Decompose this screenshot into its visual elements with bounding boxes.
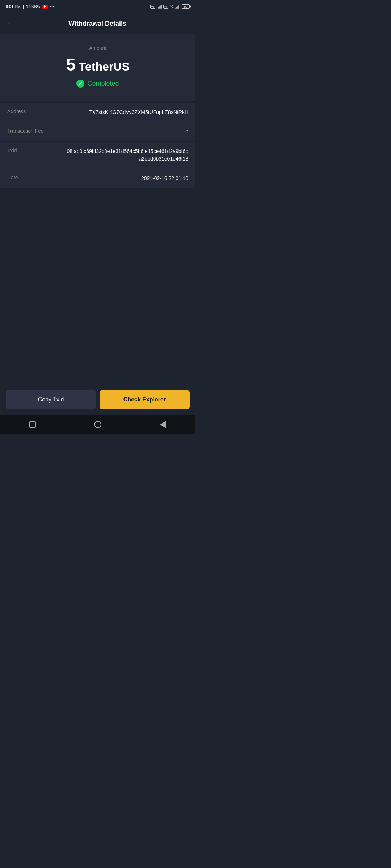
status-bar-right: Vo Vo 4G 80	[150, 4, 190, 9]
signal-bars-1	[157, 4, 162, 9]
status-badge: Completed	[76, 80, 119, 88]
4g-badge: 4G	[169, 5, 174, 8]
details-section: Address TX7xtxKf4G7CdVv3ZXM5tUFopLE8sNtR…	[0, 103, 196, 188]
date-row: Date 2021-02-16 22:01:10	[0, 169, 196, 188]
copy-txid-button[interactable]: Copy Txid	[6, 390, 96, 409]
page-title: Withdrawal Details	[16, 20, 179, 27]
youtube-icon	[42, 5, 48, 9]
date-label: Date	[7, 175, 43, 180]
txid-row: Txid 08fab0fc69bf32c8e1e31d564c5b6fe15ce…	[0, 142, 196, 169]
fee-value: 0	[185, 128, 188, 136]
status-label: Completed	[87, 80, 119, 88]
status-bar-left: 9:01 PM | 1.9KB/s •••	[6, 4, 54, 9]
nav-home-button[interactable]	[93, 420, 102, 429]
separator: |	[23, 4, 24, 9]
amount-section: Amount 5 TetherUS Completed	[0, 34, 196, 101]
vo-lte-badge-2: Vo	[163, 5, 168, 9]
date-value: 2021-02-16 22:01:10	[141, 175, 188, 182]
content-spacer	[0, 188, 196, 386]
txid-value: 08fab0fc69bf32c8e1e31d564c5b6fe15ce461d2…	[65, 148, 188, 163]
fee-row: Transaction Fee 0	[0, 122, 196, 142]
bottom-buttons: Copy Txid Check Explorer	[0, 386, 196, 415]
time-display: 9:01 PM	[6, 4, 21, 9]
check-circle-icon	[76, 80, 84, 88]
nav-bar	[0, 415, 196, 434]
address-label: Address	[7, 109, 43, 114]
amount-number: 5	[66, 55, 76, 74]
amount-label: Amount	[7, 45, 188, 51]
address-value: TX7xtxKf4G7CdVv3ZXM5tUFopLE8sNtRkH	[89, 109, 188, 116]
txid-label: Txid	[7, 148, 43, 153]
square-icon	[29, 421, 36, 428]
amount-currency: TetherUS	[79, 60, 130, 73]
vo-lte-badge: Vo	[150, 5, 155, 9]
speed-display: 1.9KB/s	[26, 4, 40, 9]
amount-display: 5 TetherUS	[7, 55, 188, 75]
address-row: Address TX7xtxKf4G7CdVv3ZXM5tUFopLE8sNtR…	[0, 103, 196, 122]
nav-square-button[interactable]	[28, 420, 37, 429]
status-bar: 9:01 PM | 1.9KB/s ••• Vo Vo 4G 80	[0, 0, 196, 13]
triangle-icon	[160, 421, 166, 428]
check-explorer-button[interactable]: Check Explorer	[100, 390, 190, 409]
circle-icon	[94, 421, 101, 428]
back-button[interactable]: ←	[6, 18, 16, 29]
battery-level: 80	[184, 5, 188, 8]
fee-label: Transaction Fee	[7, 128, 44, 134]
nav-back-button[interactable]	[159, 420, 167, 429]
signal-bars-2	[175, 4, 180, 9]
battery-icon: 80	[182, 4, 190, 9]
header: ← Withdrawal Details	[0, 13, 196, 34]
dots: •••	[50, 4, 54, 9]
